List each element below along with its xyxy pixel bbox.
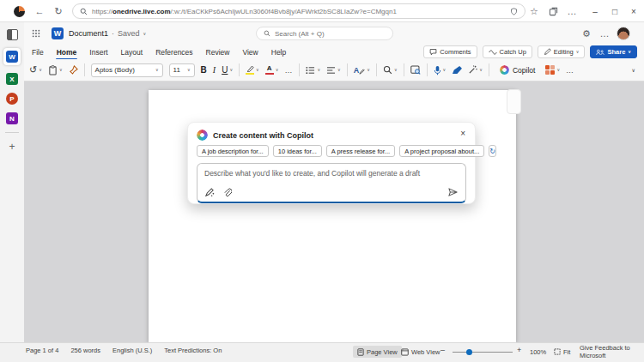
more-font-options-icon[interactable]: … (284, 66, 293, 75)
underline-button[interactable]: U∨ (222, 65, 233, 75)
close-window-icon[interactable]: × (628, 0, 640, 22)
find-button[interactable]: ∨ (383, 65, 398, 75)
zoom-slider-track[interactable] (453, 352, 513, 353)
sidebar-item-excel[interactable]: X (6, 73, 18, 85)
feedback-link[interactable]: Give Feedback to Microsoft (575, 346, 644, 358)
magic-wand-icon (468, 65, 477, 75)
search-input[interactable] (275, 30, 378, 38)
menu-view[interactable]: View (241, 46, 258, 58)
account-avatar[interactable] (617, 22, 630, 45)
copilot-button[interactable]: Copilot (495, 63, 539, 77)
collapse-ribbon-icon[interactable]: ∨ (632, 68, 635, 73)
maximize-icon[interactable]: □ (609, 0, 621, 22)
sidebar-divider (5, 132, 19, 133)
paste-button[interactable]: ∨ (48, 65, 63, 75)
undo-icon: ↺ (29, 64, 37, 75)
page-view-button[interactable]: Page View (353, 346, 402, 358)
address-bar[interactable]: https://onedrive.live.com/:w:/t/EaCKkPs6… (72, 3, 526, 19)
zoom-out-icon[interactable]: – (440, 346, 445, 354)
zoom-level[interactable]: 100% (526, 346, 550, 358)
attach-paperclip-icon[interactable] (223, 188, 232, 197)
catch-up-button[interactable]: Catch Up (483, 45, 532, 58)
favorites-star-icon[interactable]: ☆ (527, 0, 541, 22)
addins-button[interactable]: ∨ (545, 65, 560, 75)
highlight-button[interactable]: ∨ (246, 65, 259, 75)
copilot-icon (500, 65, 509, 75)
ribbon-overflow-icon[interactable]: … (566, 66, 574, 75)
sidebar-item-word[interactable]: W (3, 48, 21, 65)
refresh-suggestions-button[interactable]: ↻ (489, 145, 496, 157)
browser-menu-icon[interactable]: … (565, 0, 579, 22)
menu-review[interactable]: Review (205, 46, 231, 58)
reload-icon[interactable]: ↻ (52, 0, 65, 22)
menu-file[interactable]: File (31, 46, 45, 58)
comments-button[interactable]: Comments (423, 45, 477, 58)
dictate-button[interactable]: ∨ (434, 65, 447, 75)
text-predictions-toggle[interactable]: Text Predictions: On (164, 347, 222, 354)
font-color-button[interactable]: A ∨ (265, 65, 279, 75)
header-more-icon[interactable]: … (598, 22, 611, 45)
addins-grid-icon (545, 65, 555, 75)
undo-button[interactable]: ↺ ∨ (29, 64, 42, 75)
page-margin-button[interactable] (507, 89, 521, 114)
site-permissions-icon[interactable] (510, 8, 518, 15)
copilot-icon (197, 130, 208, 141)
menu-help[interactable]: Help (270, 46, 287, 58)
sidebar-item-onenote[interactable]: N (6, 112, 18, 124)
menu-layout[interactable]: Layout (120, 46, 144, 58)
collections-icon[interactable] (546, 0, 560, 22)
document-title-group[interactable]: Document1 · Saved ∨ (69, 22, 146, 45)
font-name-select[interactable]: Aptos (Body)∨ (91, 63, 163, 77)
suggestion-chip[interactable]: A job description for... (197, 145, 269, 157)
font-size-select[interactable]: 11∨ (169, 63, 195, 77)
sidebar-add-icon[interactable]: + (9, 141, 15, 153)
align-button[interactable]: ∨ (326, 66, 341, 75)
browser-profile-icon[interactable] (14, 6, 25, 17)
autoformat-button[interactable]: ∨ (468, 65, 483, 75)
microphone-icon (434, 65, 441, 75)
editing-mode-button[interactable]: Editing ∨ (538, 45, 586, 58)
app-launcher-icon[interactable] (29, 22, 43, 45)
font-color-icon: A (265, 65, 274, 75)
format-painter-button[interactable] (69, 65, 78, 75)
fit-button[interactable]: Fit (550, 346, 574, 358)
save-status: Saved (118, 29, 140, 38)
styles-button[interactable]: A ∨ (354, 66, 370, 75)
italic-button[interactable]: I (213, 65, 216, 75)
suggestion-chip[interactable]: 10 ideas for... (273, 145, 322, 157)
send-icon[interactable] (447, 187, 459, 197)
sidebar-pages-icon[interactable] (7, 29, 18, 40)
web-view-button[interactable]: Web View (397, 346, 445, 358)
suggestion-chip[interactable]: A press release for... (326, 145, 395, 157)
document-title: Document1 (69, 29, 108, 38)
minimize-icon[interactable]: – (589, 0, 601, 22)
back-icon[interactable]: ← (33, 0, 46, 22)
language-setting[interactable]: English (U.S.) (112, 347, 152, 354)
app-header: W Document1 · Saved ∨ ⚙ … (24, 22, 644, 45)
close-icon[interactable]: × (460, 129, 465, 138)
bold-button[interactable]: B (201, 65, 207, 75)
prompt-placeholder: Describe what you'd like to create, and … (204, 169, 459, 178)
sidebar-item-powerpoint[interactable]: P (6, 93, 18, 105)
menu-insert[interactable]: Insert (88, 46, 108, 58)
rewrite-pen-icon[interactable] (204, 188, 215, 197)
editor-button[interactable] (452, 65, 462, 75)
copilot-prompt-input[interactable]: Describe what you'd like to create, and … (197, 163, 466, 203)
bullet-list-icon (306, 66, 315, 75)
menu-references[interactable]: References (155, 46, 193, 58)
menu-home[interactable]: Home (56, 46, 78, 58)
share-button[interactable]: Share ∨ (590, 45, 637, 58)
search-box[interactable] (256, 27, 393, 40)
suggestion-chip[interactable]: A project proposal about... (399, 145, 484, 157)
copilot-suggestion-chips: A job description for... 10 ideas for...… (188, 145, 475, 157)
chevron-down-icon: ∨ (143, 32, 147, 36)
word-count[interactable]: 256 words (70, 347, 100, 354)
bullet-list-button[interactable]: ∨ (306, 66, 320, 75)
settings-gear-icon[interactable]: ⚙ (580, 22, 593, 45)
page-count[interactable]: Page 1 of 4 (26, 347, 58, 354)
visual-search-button[interactable] (410, 65, 421, 75)
word-logo[interactable]: W (50, 22, 65, 45)
zoom-in-icon[interactable]: + (517, 346, 521, 354)
url-text: https://onedrive.live.com/:w:/t/EaCKkPs6… (92, 8, 397, 15)
zoom-slider-thumb[interactable] (466, 349, 472, 355)
